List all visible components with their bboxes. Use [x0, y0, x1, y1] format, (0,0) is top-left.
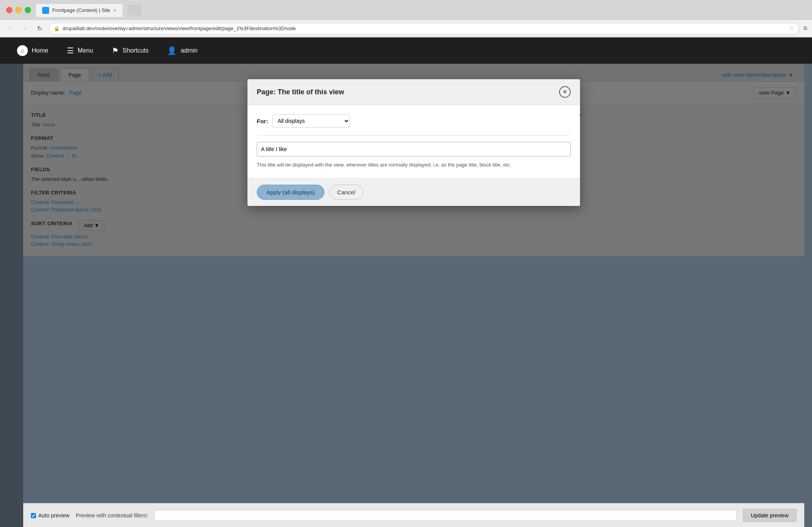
bottom-preview-bar: Auto preview Preview with contextual fil… — [23, 503, 804, 527]
home-label: Home — [32, 47, 48, 54]
modal-overlay: Page: The title of this view × For: All … — [23, 64, 804, 256]
auto-preview-checkbox[interactable] — [31, 513, 36, 518]
shortcuts-icon: ⚑ — [112, 46, 119, 55]
home-nav-item[interactable]: ⌂ Home — [8, 37, 58, 64]
views-interface: Feed Page + Add edit view name/descripti… — [23, 64, 804, 256]
browser-menu-icon[interactable]: ≡ — [803, 24, 807, 32]
cancel-button[interactable]: Cancel — [329, 185, 363, 200]
modal-body: For: All displays This page (override) T… — [247, 105, 580, 178]
admin-nav-item[interactable]: 👤 admin — [158, 37, 207, 64]
reload-button[interactable]: ↻ — [34, 23, 45, 34]
close-icon: × — [563, 88, 566, 95]
modal-dialog: Page: The title of this view × For: All … — [247, 79, 580, 206]
modal-footer: Apply (all displays) Cancel — [247, 178, 580, 206]
window-minimize-dot[interactable] — [15, 7, 22, 13]
preview-with-filters-label: Preview with contextual filters: — [76, 512, 148, 518]
browser-title-bar: Frontpage (Content) | Site × — [0, 0, 812, 20]
page-area: Feed Page + Add edit view name/descripti… — [0, 64, 812, 527]
menu-nav-item[interactable]: ☰ Menu — [58, 37, 102, 64]
shortcuts-label: Shortcuts — [123, 47, 149, 54]
for-label: For: — [257, 118, 268, 124]
left-sidebar — [0, 64, 23, 527]
lock-icon: 🔒 — [54, 26, 60, 31]
browser-nav-bar: ‹ › ↻ 🔒 drupal8alt.dev/node#overlay=admi… — [0, 20, 812, 37]
modal-header: Page: The title of this view × — [247, 79, 580, 105]
update-preview-button[interactable]: Update preview — [743, 509, 797, 522]
window-close-dot[interactable] — [6, 7, 12, 13]
tab-title: Frontpage (Content) | Site — [52, 7, 110, 13]
auto-preview-label[interactable]: Auto preview — [31, 512, 70, 518]
shortcuts-nav-item[interactable]: ⚑ Shortcuts — [102, 37, 158, 64]
contextual-filters-input[interactable] — [154, 510, 736, 521]
bookmark-icon[interactable]: ☆ — [790, 26, 794, 31]
modal-close-button[interactable]: × — [559, 86, 571, 98]
forward-button[interactable]: › — [19, 23, 30, 34]
modal-title: Page: The title of this view — [257, 88, 344, 96]
title-input[interactable] — [257, 142, 571, 156]
tab-close-button[interactable]: × — [113, 7, 116, 14]
new-tab-button[interactable] — [128, 5, 142, 15]
tab-favicon — [42, 7, 49, 14]
browser-tab[interactable]: Frontpage (Content) | Site × — [36, 3, 123, 17]
modal-for-row: For: All displays This page (override) — [257, 114, 571, 128]
back-button[interactable]: ‹ — [5, 23, 15, 34]
admin-icon: 👤 — [167, 46, 177, 55]
window-maximize-dot[interactable] — [25, 7, 31, 13]
menu-icon: ☰ — [67, 46, 74, 55]
address-bar[interactable]: 🔒 drupal8alt.dev/node#overlay=admin/stru… — [49, 23, 799, 34]
for-select[interactable]: All displays This page (override) — [273, 114, 350, 128]
menu-label: Menu — [78, 47, 93, 54]
modal-divider — [257, 135, 571, 136]
home-icon: ⌂ — [17, 45, 28, 56]
window-controls — [6, 7, 31, 13]
address-text: drupal8alt.dev/node#overlay=admin/struct… — [63, 26, 296, 31]
admin-bar: ⌂ Home ☰ Menu ⚑ Shortcuts 👤 admin — [0, 37, 812, 64]
admin-label: admin — [181, 47, 198, 54]
modal-help-text: This title will be displayed with the vi… — [257, 161, 571, 169]
auto-preview-text: Auto preview — [38, 512, 70, 518]
browser-chrome: Frontpage (Content) | Site × ‹ › ↻ 🔒 dru… — [0, 0, 812, 37]
apply-button[interactable]: Apply (all displays) — [257, 185, 324, 200]
